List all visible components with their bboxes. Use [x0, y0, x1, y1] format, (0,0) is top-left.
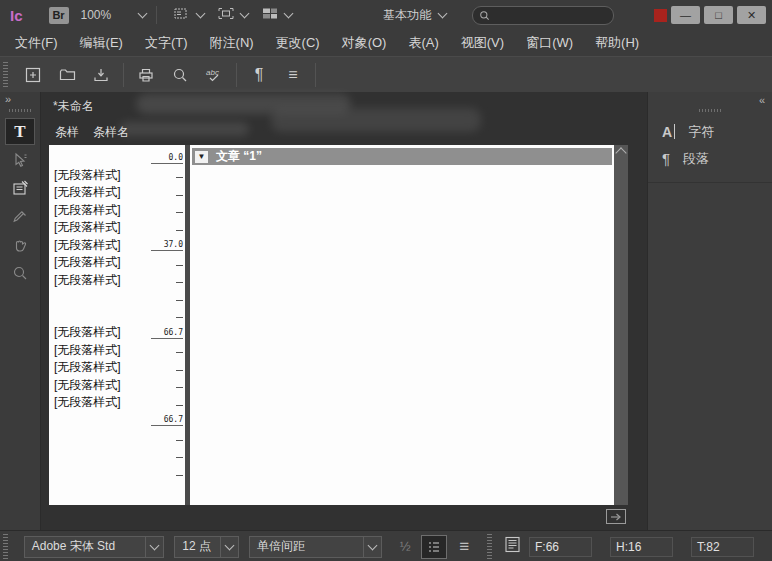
menu-item[interactable]: 更改(C) [265, 34, 331, 52]
zoom-tool[interactable] [6, 260, 34, 285]
vertical-scrollbar[interactable] [614, 145, 628, 505]
copyfit-info-icon [504, 536, 521, 557]
font-family-value: Adobe 宋体 Std [25, 538, 146, 555]
collapse-story-button[interactable]: ▼ [195, 151, 208, 163]
overset-jump-icon[interactable] [606, 509, 626, 524]
paragraph-style-label: [无段落样式] [49, 272, 149, 289]
separator [156, 6, 157, 24]
smudge-artifact [119, 122, 249, 136]
font-size-dropdown[interactable]: 12 点 [174, 536, 239, 558]
position-tool[interactable] [6, 148, 34, 173]
panel-tab-paragraph[interactable]: ¶ 段落 [648, 145, 772, 172]
leading-dropdown[interactable]: 单倍间距 [249, 536, 382, 558]
depth-ruler-cell: 37.0 [149, 237, 185, 255]
type-tool[interactable]: T [5, 118, 35, 145]
divider [648, 182, 772, 183]
depth-ruler-cell [149, 219, 185, 237]
bridge-button[interactable]: Br [49, 7, 69, 24]
statusbar-menu-icon[interactable]: ≡ [459, 537, 469, 557]
menu-item[interactable]: 文字(T) [134, 34, 199, 52]
menu-item[interactable]: 文件(F) [4, 34, 69, 52]
close-button[interactable]: ✕ [737, 6, 766, 24]
show-hidden-characters-button[interactable]: ¶ [242, 61, 276, 89]
depth-ruler-number: 66.7 [151, 416, 183, 426]
scroll-up-icon [615, 147, 626, 158]
galley-row [49, 429, 185, 447]
statusbar-grip[interactable] [3, 534, 8, 560]
application-bar: Ic Br 100% 基本功能 [0, 0, 772, 31]
separator [123, 63, 124, 87]
save-button[interactable] [84, 61, 118, 89]
workspace-switcher[interactable]: 基本功能 [383, 7, 446, 24]
galley-row: [无段落样式] [49, 342, 185, 360]
panel-grip[interactable] [9, 109, 31, 112]
spellcheck-icon: abc [205, 67, 223, 83]
galley-row: [无段落样式] [49, 359, 185, 377]
depth-ruler-cell [149, 429, 185, 447]
zoom-tool-button[interactable] [163, 61, 197, 89]
right-panel-dock: « A 字符 ¶ 段落 [647, 92, 772, 530]
spellcheck-button[interactable]: abc [197, 61, 231, 89]
depth-ruler-cell: 66.7 [149, 324, 185, 342]
depth-ruler-tick [176, 387, 183, 388]
depth-ruler-cell [149, 167, 185, 185]
main-area: » T *未命名 [0, 92, 772, 530]
view-options-dropdown[interactable] [174, 6, 204, 24]
panel-grip[interactable] [699, 109, 721, 112]
paragraph-style-label: [无段落样式] [49, 237, 149, 254]
paragraph-panel-label: 段落 [683, 150, 709, 168]
search-icon [479, 10, 490, 21]
hand-icon [12, 237, 28, 253]
galley-info-toggle[interactable] [421, 535, 448, 559]
paragraph-style-label: [无段落样式] [49, 167, 149, 184]
screen-mode-icon [218, 6, 234, 24]
collapse-dock-icon[interactable]: « [759, 94, 764, 106]
minimize-button[interactable]: — [671, 6, 700, 24]
incopy-window: Ic Br 100% 基本功能 [0, 0, 772, 561]
menu-bar: 文件(F)编辑(E)文字(T)附注(N)更改(C)对象(O)表(A)视图(V)窗… [0, 30, 772, 56]
menu-item[interactable]: 表(A) [397, 34, 449, 52]
panel-tab-character[interactable]: A 字符 [648, 118, 772, 145]
paragraph-style-label: [无段落样式] [49, 377, 149, 394]
toolbar-grip[interactable] [3, 62, 8, 88]
story-editor[interactable]: ▼ 文章 “1” [190, 145, 614, 505]
depth-ruler-tick [176, 457, 183, 458]
menu-item[interactable]: 附注(N) [199, 34, 265, 52]
depth-ruler-tick [176, 265, 183, 266]
new-document-icon [25, 67, 41, 83]
hand-tool[interactable] [6, 232, 34, 257]
search-box[interactable] [472, 6, 614, 25]
menu-item[interactable]: 窗口(W) [515, 34, 584, 52]
depth-ruler-cell [149, 342, 185, 360]
maximize-button[interactable]: □ [704, 6, 733, 24]
eyedropper-tool[interactable] [6, 204, 34, 229]
font-family-dropdown[interactable]: Adobe 宋体 Std [24, 536, 165, 558]
leading-value: 单倍间距 [250, 538, 363, 555]
statusbar-grip[interactable] [487, 534, 492, 560]
expand-panel-icon[interactable]: » [5, 93, 10, 105]
galley-row: 0.0 [49, 149, 185, 167]
toolbar-menu-icon[interactable]: ≡ [276, 61, 310, 89]
depth-ruler-number: 37.0 [151, 241, 183, 251]
screen-mode-dropdown[interactable] [218, 6, 248, 24]
menu-item[interactable]: 对象(O) [331, 34, 398, 52]
zoom-level-dropdown[interactable]: 100% [81, 8, 147, 22]
status-bar: Adobe 宋体 Std 12 点 单倍间距 ½ ≡ F:66H:16T:82 [0, 530, 772, 561]
view-tab[interactable]: 条样 [55, 124, 79, 141]
menu-item[interactable]: 帮助(H) [584, 34, 650, 52]
print-button[interactable] [129, 61, 163, 89]
arrange-documents-dropdown[interactable] [262, 6, 292, 24]
menu-item[interactable]: 视图(V) [450, 34, 515, 52]
copyfit-value: F:66 [529, 537, 592, 557]
chevron-down-icon [196, 9, 206, 19]
search-input[interactable] [494, 8, 598, 22]
character-panel-label: 字符 [688, 123, 714, 141]
menu-item[interactable]: 编辑(E) [69, 34, 134, 52]
depth-ruler-cell [149, 184, 185, 202]
open-button[interactable] [50, 61, 84, 89]
document-tab[interactable]: *未命名 [53, 98, 94, 115]
view-tab[interactable]: 条样名 [93, 124, 129, 141]
new-document-button[interactable] [16, 61, 50, 89]
paragraph-style-label: [无段落样式] [49, 254, 149, 271]
note-tool[interactable] [6, 176, 34, 201]
